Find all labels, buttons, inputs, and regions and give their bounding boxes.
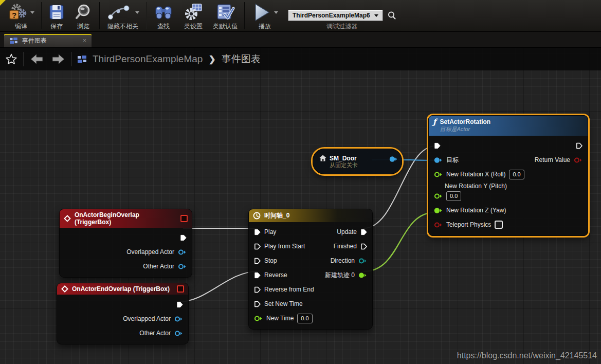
new-rotation-z-pin[interactable]: [434, 207, 443, 214]
teleport-physics-pin[interactable]: [434, 222, 443, 228]
toolbar: ? 编译 保存: [0, 0, 601, 32]
play-from-start-pin[interactable]: [254, 243, 261, 250]
pin-label: New Time: [266, 315, 294, 322]
pin-label: Direction: [331, 257, 355, 264]
new-time-pin[interactable]: [254, 315, 263, 322]
overlapped-actor-pin[interactable]: [174, 316, 183, 322]
new-rotation-x-value[interactable]: 0.0: [509, 170, 524, 179]
node-on-actor-end-overlap[interactable]: OnActorEndOverlap (TriggerBox) Overlappe…: [57, 283, 189, 344]
class-defaults-icon: [215, 3, 235, 22]
tab-close-icon[interactable]: ×: [83, 37, 86, 44]
breadcrumb-bar: ThirdPersonExampleMap ❯ 事件图表: [0, 48, 601, 70]
pin-label: Update: [337, 228, 357, 235]
class-settings-icon: [183, 3, 204, 22]
new-time-value[interactable]: 0.0: [297, 314, 312, 323]
stop-pin[interactable]: [254, 258, 261, 264]
node-timeline-0[interactable]: 时间轴_0 Play Update Play from Start Finish…: [248, 209, 373, 330]
play-icon: [251, 2, 272, 23]
browse-label: 浏览: [77, 23, 89, 30]
node-header[interactable]: OnActorEndOverlap (TriggerBox): [57, 283, 188, 295]
new-rotation-y-pin[interactable]: [434, 193, 443, 199]
toolbar-separator: [146, 2, 147, 29]
node-title: 时间轴_0: [264, 211, 289, 220]
pin-label: Reverse from End: [264, 286, 314, 293]
node-title: SM_Door: [330, 155, 357, 162]
play-button[interactable]: 播放: [247, 0, 283, 31]
new-rotation-x-pin[interactable]: [434, 171, 443, 178]
event-graph-canvas[interactable]: ThirdPersonExampleMap ❯ 事件图表 OnActorBegi…: [0, 48, 601, 364]
node-header[interactable]: 时间轴_0: [249, 209, 372, 222]
reverse-from-end-pin[interactable]: [254, 286, 261, 293]
overlapped-actor-pin[interactable]: [178, 249, 187, 256]
other-actor-pin[interactable]: [178, 263, 187, 270]
other-actor-pin[interactable]: [174, 330, 183, 337]
exec-in-pin[interactable]: [434, 142, 441, 149]
event-diamond-icon: [61, 285, 68, 293]
new-track-0-pin[interactable]: [358, 272, 367, 279]
house-icon: [319, 155, 326, 161]
compile-icon: ?: [8, 3, 28, 22]
corner-flag: [0, 0, 6, 6]
pin-label: New Rotation Z (Yaw): [446, 207, 506, 214]
debug-filter-caption: 调试过滤器: [288, 23, 396, 30]
breadcrumb-graph-name[interactable]: 事件图表: [222, 52, 261, 66]
reverse-pin[interactable]: [254, 272, 261, 279]
new-rotation-y-value[interactable]: 0.0: [446, 191, 461, 201]
compile-dropdown-caret[interactable]: [30, 11, 34, 14]
class-defaults-button[interactable]: 类默认值: [208, 0, 242, 31]
pin-label: Stop: [264, 257, 277, 264]
play-pin[interactable]: [254, 229, 261, 235]
event-binding-icon: [180, 215, 188, 222]
tab-event-graph[interactable]: 事件图表 ×: [4, 34, 92, 47]
node-title: SetActorRotation: [440, 118, 490, 126]
node-sm-door[interactable]: SM_Door 从固定关卡: [313, 149, 402, 174]
exec-out-pin[interactable]: [576, 142, 582, 149]
breadcrumb-map-name[interactable]: ThirdPersonExampleMap: [93, 53, 203, 65]
target-pin[interactable]: [434, 157, 443, 163]
exec-out-pin[interactable]: [176, 301, 183, 308]
return-value-pin[interactable]: [574, 157, 582, 163]
forward-arrow-icon[interactable]: [50, 53, 66, 65]
find-button[interactable]: 查找: [149, 0, 178, 31]
pin-label: Other Actor: [143, 263, 174, 270]
update-pin[interactable]: [360, 229, 367, 235]
sm-door-out-pin[interactable]: [389, 156, 398, 162]
blueprint-icon: [78, 56, 87, 63]
event-binding-icon: [177, 285, 184, 293]
pin-label: Set New Time: [264, 300, 303, 307]
blueprint-icon: [10, 38, 17, 44]
find-icon: [153, 4, 174, 21]
debug-filter-select[interactable]: ThirdPersonExampleMap6: [288, 10, 383, 21]
breadcrumb-separator-line: [71, 52, 72, 66]
debug-filter-caret: [374, 14, 378, 17]
node-set-actor-rotation[interactable]: ƒ SetActorRotation 目标是Actor 目标 Return Va…: [428, 115, 588, 236]
pin-label: Overlapped Actor: [126, 248, 174, 256]
compile-button[interactable]: ? 编译: [3, 0, 39, 31]
favorite-star-icon[interactable]: [5, 53, 17, 65]
set-new-time-pin[interactable]: [254, 301, 261, 307]
browse-icon: [74, 3, 93, 22]
debug-search-icon[interactable]: [387, 11, 396, 20]
pin-label: Other Actor: [139, 330, 171, 337]
browse-button[interactable]: 浏览: [69, 0, 97, 31]
pin-label: Finished: [334, 243, 357, 250]
class-settings-button[interactable]: 类设置: [178, 0, 208, 31]
function-icon: ƒ: [433, 118, 436, 126]
finished-pin[interactable]: [360, 243, 367, 250]
node-header[interactable]: ƒ SetActorRotation 目标是Actor: [429, 116, 588, 136]
pin-label: Overlapped Actor: [123, 315, 171, 322]
play-dropdown-caret[interactable]: [274, 11, 278, 14]
teleport-physics-checkbox[interactable]: [495, 221, 503, 229]
pin-label: New Rotation Y (Pitch): [445, 183, 582, 190]
direction-pin[interactable]: [358, 258, 367, 264]
node-on-actor-begin-overlap[interactable]: OnActorBeginOverlap (TriggerBox) Overlap…: [59, 209, 192, 278]
watermark: https://blog.csdn.net/weixin_42145514: [457, 351, 597, 360]
play-label: 播放: [259, 23, 271, 30]
hide-unrelated-dropdown-caret[interactable]: [135, 11, 139, 14]
node-header[interactable]: OnActorBeginOverlap (TriggerBox): [60, 209, 192, 228]
exec-out-pin[interactable]: [180, 234, 187, 241]
save-button[interactable]: 保存: [44, 0, 69, 31]
hide-unrelated-button[interactable]: 隐藏不相关: [102, 0, 144, 31]
back-arrow-icon[interactable]: [29, 53, 45, 65]
pin-label: Teleport Physics: [446, 221, 491, 228]
